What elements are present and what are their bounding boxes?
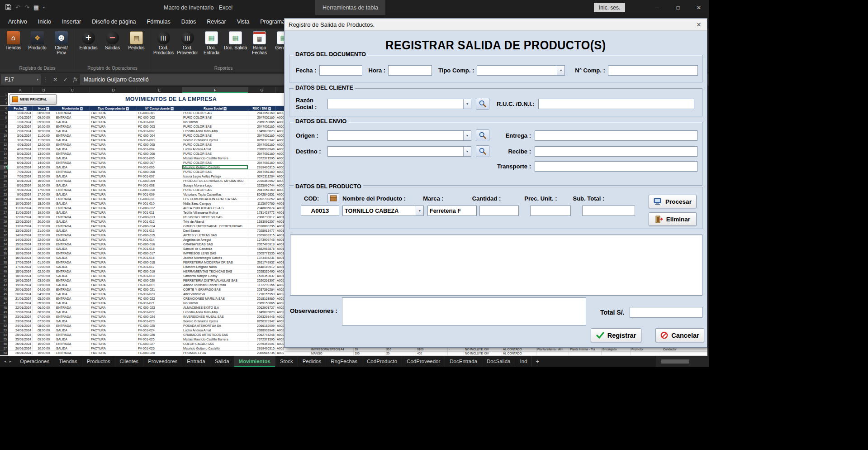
cell-codigo[interactable]: A001 <box>276 220 284 224</box>
cell-tipo[interactable]: FACTURA <box>90 346 137 351</box>
cell-codigo[interactable]: A001 <box>276 201 284 206</box>
cell-codigo[interactable]: A000 <box>276 170 284 174</box>
cell-fecha[interactable]: 15/01/2024 <box>8 247 33 251</box>
origen-combobox[interactable]: ▼ <box>327 130 471 141</box>
cell-hora[interactable]: 08:00:00 <box>33 328 55 333</box>
n-comp-input[interactable] <box>608 65 698 76</box>
cell-comprobante[interactable]: FV-001-005 <box>137 156 182 161</box>
column-header-b[interactable]: B <box>33 87 55 93</box>
dropdown-icon[interactable]: ▼ <box>463 99 471 109</box>
cell-tipo[interactable]: FACTURA <box>90 306 137 310</box>
cell-movimiento[interactable]: SALIDA <box>55 292 90 297</box>
sheet-row[interactable]: 17 6/01/2024 14:00:00 SALIDA FACTURA FV-… <box>0 165 284 170</box>
cell-tipo[interactable]: FACTURA <box>90 147 137 152</box>
close-button[interactable]: ✕ <box>688 0 709 15</box>
cell-razon-social[interactable]: Angelina de Arregui <box>182 238 248 242</box>
cell-ruc[interactable]: 1845820823 <box>248 310 276 315</box>
cell-movimiento[interactable]: SALIDA <box>55 183 90 188</box>
cell-movimiento[interactable]: ENTRADA <box>55 134 90 138</box>
cell-fecha[interactable]: 22/01/2024 <box>8 306 33 310</box>
cell-tipo[interactable]: FACTURA <box>90 283 137 287</box>
sheet-row[interactable]: 5 1/01/2024 08:00:00 ENTRADA FACTURA FC-… <box>0 111 284 115</box>
cell[interactable]: AL CONTADO <box>502 348 536 352</box>
cell-razon-social[interactable]: COLOR CACAO SAS <box>182 342 248 346</box>
scrollbar-thumb[interactable] <box>661 359 689 364</box>
cell-razon-social[interactable]: FERRETERIA MODERNA OR SAS <box>182 260 248 265</box>
sheet-row[interactable]: 13 4/01/2024 12:00:00 SALIDA FACTURA FV-… <box>0 147 284 152</box>
ribbon-tab[interactable]: Vista <box>232 15 255 29</box>
cell-ruc[interactable]: 2065150665 <box>248 301 276 306</box>
cell-hora[interactable]: 10:00:00 <box>33 124 55 129</box>
sheet-row[interactable]: 46 21/01/2024 05:00:00 ENTRADA FACTURA F… <box>0 297 284 301</box>
cell-hora[interactable]: 04:00:00 <box>33 287 55 292</box>
tab-scroll-right-icon[interactable]: ▸ <box>9 359 12 364</box>
sheet-row[interactable]: 53 24/01/2024 08:00:00 SALIDA FACTURA FV… <box>0 328 284 333</box>
cell-hora[interactable]: 15:00:00 <box>33 170 55 174</box>
cell-razon-social[interactable]: PURO COLOR SAS <box>182 134 248 138</box>
dropdown-icon[interactable]: ▼ <box>463 147 471 156</box>
ribbon-tab[interactable]: Fórmulas <box>142 15 176 29</box>
cell-comprobante[interactable]: FC-000-008 <box>137 170 182 174</box>
cell-codigo[interactable]: A000 <box>276 188 284 192</box>
cell[interactable] <box>631 352 662 356</box>
row-number[interactable]: 39 <box>0 265 8 269</box>
ruc-input[interactable] <box>538 99 694 109</box>
sheet-row[interactable]: 34 15/01/2024 23:00:00 ENTRADA FACTURA F… <box>0 242 284 247</box>
ribbon-button[interactable]: Doc. Salida <box>223 30 247 65</box>
cell-hora[interactable]: 19:00:00 <box>33 211 55 215</box>
cell-ruc[interactable]: 3225996744 <box>248 183 276 188</box>
cell-fecha[interactable]: 4/01/2024 <box>8 143 33 147</box>
row-number[interactable]: 29 <box>0 220 8 224</box>
cell-tipo[interactable]: FACTURA <box>90 269 137 274</box>
redo-icon[interactable]: ↷ <box>24 4 29 11</box>
sheet-row[interactable]: 39 17/01/2024 01:00:00 SALIDA FACTURA FV… <box>0 265 284 269</box>
cell-hora[interactable]: 05:00:00 <box>33 301 55 306</box>
cell[interactable]: 910 <box>385 348 416 352</box>
cell-tipo[interactable]: FACTURA <box>90 129 137 134</box>
cell-hora[interactable]: 18:00:00 <box>33 201 55 206</box>
cell-movimiento[interactable]: ENTRADA <box>55 242 90 247</box>
cell-hora[interactable]: 05:00:00 <box>33 297 55 301</box>
cell-comprobante[interactable]: FV-001-022 <box>137 310 182 315</box>
cell-codigo[interactable]: A002 <box>276 297 284 301</box>
cell-razon-social[interactable]: ALMACENES EXITO S.A <box>182 306 248 310</box>
sheet-row[interactable]: 37 16/01/2024 00:00:00 SALIDA FACTURA FV… <box>0 256 284 260</box>
cell-fecha[interactable]: 15/01/2024 <box>8 242 33 247</box>
cell-ruc[interactable]: 4582983876 <box>248 247 276 251</box>
cell-fecha[interactable]: 21/01/2024 <box>8 301 33 306</box>
row-number[interactable]: 22 <box>0 188 8 192</box>
cell-fecha[interactable]: 1/01/2024 <box>8 115 33 120</box>
sheet-tab[interactable]: Stock <box>275 356 298 367</box>
cell-movimiento[interactable]: ENTRADA <box>55 342 90 346</box>
cell-comprobante[interactable]: FC-000-002 <box>137 115 182 120</box>
cell-razon-social[interactable]: Albano Teodosio Cañete Rosa <box>182 283 248 287</box>
cell-razon-social[interactable]: Dani Baena <box>182 229 248 233</box>
cell-ruc[interactable]: 2047051160 <box>248 170 276 174</box>
cell-ruc[interactable]: 2919496315 <box>248 165 276 170</box>
prec-unit-input[interactable] <box>530 206 571 216</box>
cell-tipo[interactable]: FACTURA <box>90 138 137 143</box>
cell-codigo[interactable]: A002 <box>276 278 284 283</box>
cell-movimiento[interactable]: SALIDA <box>55 346 90 351</box>
cell-codigo[interactable]: A002 <box>276 337 284 342</box>
cell-hora[interactable]: 13:00:00 <box>33 152 55 156</box>
cell-comprobante[interactable]: FV-001-008 <box>137 183 182 188</box>
cell-codigo[interactable]: A001 <box>276 238 284 242</box>
cell-fecha[interactable]: 16/01/2024 <box>8 256 33 260</box>
cell-razon-social[interactable]: Ion Yachal <box>182 120 248 124</box>
cell-fecha[interactable]: 19/01/2024 <box>8 283 33 287</box>
row-number[interactable]: 33 <box>0 238 8 242</box>
cell-codigo[interactable]: A000 <box>276 143 284 147</box>
cell-comprobante[interactable]: FC-000-003 <box>137 124 182 129</box>
cell-movimiento[interactable]: ENTRADA <box>55 351 90 355</box>
cell-fecha[interactable]: 19/01/2024 <box>8 278 33 283</box>
cod-input[interactable] <box>301 206 339 216</box>
cell-ruc[interactable]: 2018880795 <box>248 224 276 229</box>
row-number[interactable]: 18 <box>0 170 8 174</box>
cell-movimiento[interactable]: SALIDA <box>55 328 90 333</box>
cell-comprobante[interactable]: FC-000-005 <box>137 143 182 147</box>
cell-hora[interactable]: 21:00:00 <box>33 229 55 233</box>
cell-razon-social[interactable]: Lucho Andreu Amat <box>182 147 248 152</box>
cell-tipo[interactable]: FACTURA <box>90 170 137 174</box>
cell-razon-social[interactable]: GRUPO EMPRESARIAL OPORTUNIDAD <box>182 224 248 229</box>
